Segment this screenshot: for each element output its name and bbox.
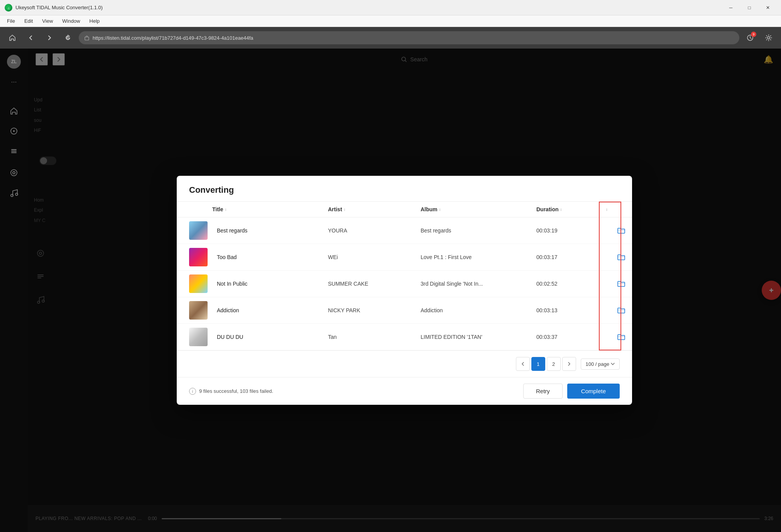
- page-1-button[interactable]: 1: [531, 357, 545, 371]
- svg-point-6: [13, 130, 15, 132]
- svg-rect-7: [11, 149, 17, 150]
- address-bar[interactable]: https://listen.tidal.com/playlist/71b727…: [79, 31, 739, 44]
- title-sort-icon: ↕: [225, 207, 227, 212]
- maximize-button[interactable]: □: [741, 2, 758, 13]
- track-duration: 00:03:17: [536, 254, 606, 260]
- open-folder-icon[interactable]: [615, 251, 627, 263]
- track-action[interactable]: [606, 278, 632, 290]
- sidebar-item-explore[interactable]: [7, 124, 21, 138]
- menu-window[interactable]: Window: [58, 17, 84, 25]
- track-album: Love Pt.1 : First Love: [421, 254, 536, 260]
- artist-sort-icon: ↕: [344, 207, 346, 212]
- svg-point-10: [11, 170, 17, 176]
- track-album: Best regards: [421, 227, 536, 234]
- browser-toolbar: https://listen.tidal.com/playlist/71b727…: [0, 27, 781, 49]
- track-title: DU DU DU: [212, 334, 328, 340]
- avatar: ZL: [7, 55, 21, 69]
- title-bar: ♫ Ukeysoft TIDAL Music Converter(1.1.0) …: [0, 0, 781, 15]
- per-page-select[interactable]: 100 / page: [581, 359, 620, 370]
- dialog-footer: i 9 files successful, 103 files failed. …: [177, 377, 632, 405]
- info-icon: i: [189, 388, 196, 395]
- track-album: LIMITED EDITION '1TAN': [421, 334, 536, 340]
- menu-bar: File Edit View Window Help: [0, 15, 781, 27]
- more-options-button[interactable]: ···: [7, 75, 21, 89]
- sidebar-item-music[interactable]: [7, 186, 21, 200]
- svg-rect-9: [11, 152, 17, 153]
- pagination-area: 1 2 100 / page: [177, 350, 632, 377]
- album-sort-icon: ↕: [439, 207, 441, 212]
- app-title: Ukeysoft TIDAL Music Converter(1.1.0): [15, 5, 103, 10]
- url-text: https://listen.tidal.com/playlist/71b727…: [93, 35, 734, 41]
- track-duration: 00:03:19: [536, 227, 606, 234]
- col-header-album[interactable]: Album ↕: [421, 206, 536, 212]
- history-badge: 9: [751, 32, 756, 37]
- track-title: Addiction: [212, 307, 328, 313]
- refresh-button[interactable]: [60, 30, 76, 45]
- sidebar: ZL ···: [0, 49, 28, 532]
- track-thumbnail: [189, 248, 208, 266]
- complete-button[interactable]: Complete: [567, 384, 620, 399]
- track-action[interactable]: [606, 304, 632, 317]
- track-thumbnail: [189, 221, 208, 240]
- footer-buttons: Retry Complete: [523, 384, 620, 399]
- table-row: Best regards YOURA Best regards 00:03:19: [177, 217, 632, 244]
- home-browser-button[interactable]: [5, 30, 20, 45]
- track-artist: NICKY PARK: [328, 307, 421, 313]
- tidal-content: Search 🔔 Upd List sou HiF Hom Expl MY C: [28, 49, 781, 532]
- prev-page-button[interactable]: [516, 357, 530, 371]
- svg-point-4: [767, 37, 770, 39]
- back-button[interactable]: [23, 30, 39, 45]
- status-text: 9 files successful, 103 files failed.: [199, 388, 273, 394]
- menu-file[interactable]: File: [3, 17, 19, 25]
- open-folder-icon[interactable]: [615, 304, 627, 317]
- track-artist: Tan: [328, 334, 421, 340]
- duration-sort-icon: ↕: [560, 207, 562, 212]
- track-thumbnail: [189, 328, 208, 346]
- page-2-button[interactable]: 2: [547, 357, 561, 371]
- track-action[interactable]: [606, 251, 632, 263]
- per-page-label: 100 / page: [586, 361, 609, 367]
- dialog-body[interactable]: Title ↕ Artist ↕ Album ↕ Duration: [177, 202, 632, 350]
- track-action[interactable]: [606, 224, 632, 237]
- col-header-artist[interactable]: Artist ↕: [328, 206, 421, 212]
- col-header-duration[interactable]: Duration ↕: [536, 206, 606, 212]
- svg-rect-2: [85, 37, 89, 40]
- col-header-action: ↕: [606, 206, 632, 212]
- track-title: Not In Public: [212, 281, 328, 287]
- retry-button[interactable]: Retry: [523, 384, 563, 399]
- menu-help[interactable]: Help: [86, 17, 104, 25]
- track-artist: SUMMER CAKE: [328, 281, 421, 287]
- dialog-title: Converting: [189, 185, 620, 195]
- app-icon: ♫: [5, 4, 12, 12]
- track-artist: WEi: [328, 254, 421, 260]
- open-folder-icon[interactable]: [615, 278, 627, 290]
- sidebar-item-home[interactable]: [7, 104, 21, 118]
- dialog-overlay: Converting Title ↕ Artist ↕: [28, 49, 781, 532]
- track-album: Addiction: [421, 307, 536, 313]
- table-row: Too Bad WEi Love Pt.1 : First Love 00:03…: [177, 244, 632, 271]
- menu-edit[interactable]: Edit: [20, 17, 37, 25]
- track-duration: 00:03:13: [536, 307, 606, 313]
- track-thumbnail: [189, 274, 208, 293]
- table-header: Title ↕ Artist ↕ Album ↕ Duration: [177, 202, 632, 217]
- main-area: ZL ··· Search: [0, 49, 781, 532]
- track-duration: 00:03:37: [536, 334, 606, 340]
- track-title: Too Bad: [212, 254, 328, 260]
- forward-button[interactable]: [42, 30, 57, 45]
- next-page-button[interactable]: [562, 357, 576, 371]
- svg-text:♫: ♫: [7, 7, 10, 10]
- settings-button[interactable]: [761, 30, 776, 45]
- sidebar-item-radio[interactable]: [7, 166, 21, 180]
- table-row: Not In Public SUMMER CAKE 3rd Digital Si…: [177, 271, 632, 297]
- track-action[interactable]: [606, 331, 632, 343]
- minimize-button[interactable]: ─: [722, 2, 739, 13]
- close-button[interactable]: ✕: [759, 2, 776, 13]
- open-folder-icon[interactable]: [615, 331, 627, 343]
- history-button[interactable]: 9: [742, 30, 758, 45]
- menu-view[interactable]: View: [38, 17, 57, 25]
- footer-status: i 9 files successful, 103 files failed.: [189, 388, 273, 395]
- track-duration: 00:02:52: [536, 281, 606, 287]
- sidebar-item-collection[interactable]: [7, 144, 21, 158]
- open-folder-icon[interactable]: [615, 224, 627, 237]
- col-header-title[interactable]: Title ↕: [212, 206, 328, 212]
